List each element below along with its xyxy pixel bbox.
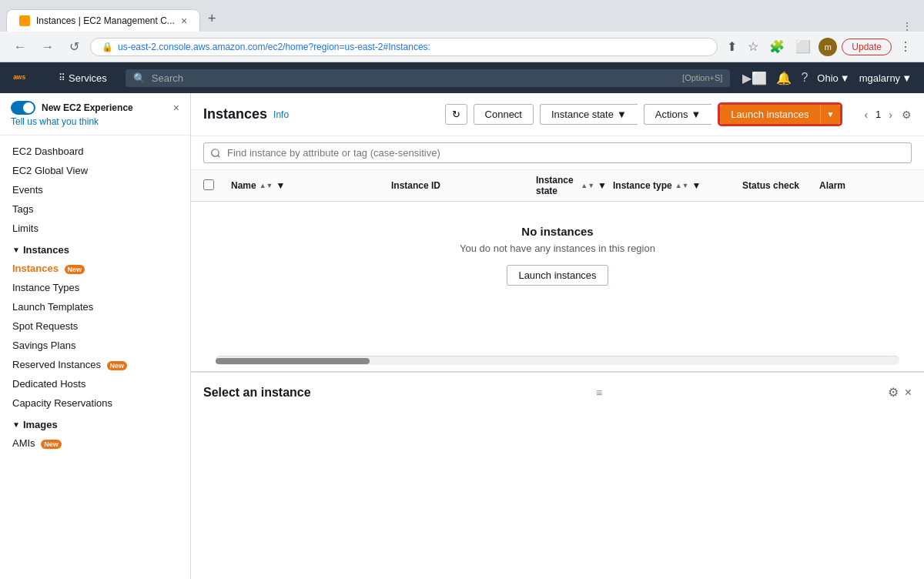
col-name[interactable]: Name ▲▼ ▼	[231, 180, 385, 191]
sidebar-item-amis[interactable]: AMIs New	[0, 433, 190, 453]
browser-tab[interactable]: Instances | EC2 Management C... ×	[6, 9, 200, 32]
region-label: Ohio	[817, 72, 838, 84]
sidebar-section-images[interactable]: ▼ Images	[0, 413, 190, 433]
sidebar-item-tags[interactable]: Tags	[0, 199, 190, 219]
aws-topnav: aws ⠿ Search Services 🔍 [Option+S] ▶⬜ 🔔 …	[0, 62, 924, 93]
user-label: mgalarny	[859, 72, 900, 84]
sidebar-item-instance-types[interactable]: Instance Types	[0, 278, 190, 297]
sidebar-item-limits[interactable]: Limits	[0, 219, 190, 238]
svg-text:aws: aws	[13, 73, 25, 81]
sidebar-item-savings-plans[interactable]: Savings Plans	[0, 336, 190, 355]
toggle-knob	[23, 102, 34, 113]
instance-state-dropdown: Instance state ▼	[540, 104, 638, 125]
col-status-check: Status check	[742, 180, 813, 191]
col-instance-id: Instance ID	[391, 180, 530, 191]
sidebar-item-launch-templates[interactable]: Launch Templates	[0, 297, 190, 316]
pagination-page: 1	[875, 109, 881, 120]
new-tab-button[interactable]: +	[200, 6, 224, 32]
search-input[interactable]	[203, 142, 912, 163]
empty-launch-instances-button[interactable]: Launch instances	[507, 265, 608, 286]
launch-instances-group: Launch instances ▼	[718, 102, 842, 126]
instances-panel: Instances Info ↻ Connect Instance state …	[191, 93, 924, 372]
sidebar-item-instances[interactable]: Instances New	[0, 259, 190, 278]
pagination-next-button[interactable]: ›	[886, 107, 896, 122]
bell-icon[interactable]: 🔔	[776, 71, 792, 85]
launch-instances-arrow-button[interactable]: ▼	[820, 105, 841, 124]
help-icon[interactable]: ?	[801, 71, 808, 85]
services-button[interactable]: ⠿ Search Services	[52, 69, 113, 87]
col-instance-state[interactable]: Instance state ▲▼ ▼	[536, 175, 607, 196]
new-experience-banner: New EC2 Experience × Tell us what you th…	[0, 93, 190, 136]
tab-favicon	[19, 15, 30, 26]
nav-back-button[interactable]: ←	[9, 38, 31, 55]
instances-header: Instances Info ↻ Connect Instance state …	[191, 93, 924, 136]
url-bar[interactable]: 🔒 us-east-2.console.aws.amazon.com/ec2/h…	[90, 38, 718, 56]
aws-logo[interactable]: aws	[12, 69, 40, 86]
sidebar-item-ec2-dashboard[interactable]: EC2 Dashboard	[0, 142, 190, 161]
search-shortcut: [Option+S]	[682, 73, 722, 82]
instances-new-badge: New	[65, 265, 85, 274]
user-arrow: ▼	[902, 72, 912, 84]
instance-state-arrow: ▼	[617, 109, 627, 120]
horizontal-scrollbar[interactable]	[216, 356, 899, 365]
sidebar-toggle-button[interactable]: ⬜	[792, 36, 814, 57]
actions-dropdown: Actions ▼	[644, 104, 712, 125]
nav-refresh-button[interactable]: ↺	[65, 38, 84, 55]
sidebar-close-button[interactable]: ×	[173, 102, 179, 114]
sidebar-item-spot-requests[interactable]: Spot Requests	[0, 316, 190, 336]
col-instance-state-filter-icon: ▼	[598, 180, 607, 191]
select-all-checkbox[interactable]	[203, 179, 214, 190]
instance-state-button[interactable]: Instance state ▼	[540, 104, 638, 125]
table-settings-button[interactable]: ⚙	[902, 109, 912, 121]
menu-button[interactable]: ⋮	[896, 36, 915, 57]
table-header: Name ▲▼ ▼ Instance ID Instance state ▲▼ …	[191, 170, 924, 202]
actions-label: Actions	[655, 109, 688, 120]
bottom-panel-settings-button[interactable]: ⚙	[888, 385, 899, 400]
sidebar-item-events[interactable]: Events	[0, 180, 190, 199]
terminal-icon[interactable]: ▶⬜	[742, 71, 767, 85]
col-instance-type-sort-icon: ▲▼	[675, 182, 689, 189]
sidebar-item-capacity-reservations[interactable]: Capacity Reservations	[0, 393, 190, 413]
pagination-prev-button[interactable]: ‹	[861, 107, 871, 122]
search-input[interactable]	[152, 72, 676, 84]
extensions-button[interactable]: 🧩	[766, 36, 788, 57]
update-button[interactable]: Update	[842, 38, 892, 55]
user-menu[interactable]: mgalarny ▼	[859, 72, 912, 84]
sidebar-item-reserved-instances[interactable]: Reserved Instances New	[0, 355, 190, 374]
nav-forward-button[interactable]: →	[37, 38, 59, 55]
info-link[interactable]: Info	[273, 109, 289, 120]
sidebar-item-dedicated-hosts[interactable]: Dedicated Hosts	[0, 374, 190, 393]
lock-icon: 🔒	[102, 42, 113, 52]
sidebar-section-instances-label: Instances	[23, 244, 69, 256]
sidebar-section-instances[interactable]: ▼ Instances	[0, 238, 190, 259]
search-bar	[191, 136, 924, 170]
share-button[interactable]: ⬆	[724, 36, 740, 57]
profile-avatar[interactable]: m	[819, 38, 837, 56]
actions-arrow: ▼	[691, 109, 701, 120]
refresh-button[interactable]: ↻	[445, 104, 467, 125]
col-instance-type[interactable]: Instance type ▲▼ ▼	[613, 180, 736, 191]
col-instance-type-filter-icon: ▼	[692, 180, 701, 191]
sidebar-section-images-label: Images	[23, 419, 58, 430]
new-exp-link[interactable]: Tell us what you think	[11, 116, 179, 127]
region-selector[interactable]: Ohio ▼	[817, 72, 849, 84]
bottom-panel-title: Select an instance	[203, 386, 311, 400]
bookmark-button[interactable]: ☆	[745, 36, 762, 57]
sidebar-item-ec2-global-view[interactable]: EC2 Global View	[0, 161, 190, 180]
tab-close-button[interactable]: ×	[181, 15, 187, 27]
bottom-panel-close-button[interactable]: ×	[905, 385, 912, 400]
scrollbar-thumb[interactable]	[216, 358, 370, 364]
aws-logo-icon: aws	[12, 69, 40, 86]
actions-button[interactable]: Actions ▼	[644, 104, 712, 125]
col-name-filter-icon: ▼	[276, 180, 286, 191]
connect-button[interactable]: Connect	[474, 104, 534, 125]
search-icon: 🔍	[133, 72, 146, 84]
new-exp-toggle[interactable]	[11, 101, 35, 115]
bottom-panel: Select an instance ≡ ⚙ ×	[191, 372, 924, 579]
aws-search-bar[interactable]: 🔍 [Option+S]	[126, 69, 731, 87]
col-status-check-label: Status check	[742, 180, 799, 191]
bottom-panel-header: Select an instance ≡ ⚙ ×	[203, 385, 912, 400]
launch-instances-button[interactable]: Launch instances	[720, 105, 819, 124]
chevron-down-icon-2: ▼	[12, 420, 20, 429]
scrollbar-container	[191, 353, 924, 371]
